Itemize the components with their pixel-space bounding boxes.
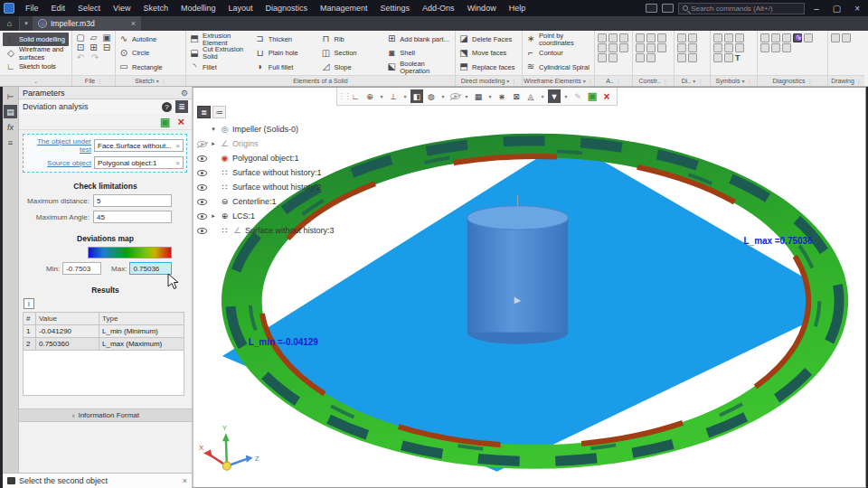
redo-icon[interactable]: ↷ <box>90 52 100 62</box>
group-chevron-icon[interactable]: ▾ <box>506 78 509 84</box>
chevron-down-icon[interactable]: ▾ <box>539 89 546 103</box>
ribbon-mini-icon[interactable] <box>724 33 733 42</box>
clear-field-icon[interactable]: × <box>175 159 180 167</box>
chevron-down-icon[interactable]: ▾ <box>562 89 570 103</box>
menu-sketch[interactable]: Sketch <box>137 2 174 14</box>
information-format-section[interactable]: ∨ Information Format <box>19 408 192 422</box>
menu-diagnostics[interactable]: Diagnostics <box>259 2 313 14</box>
group-dots-icon[interactable]: ⋮ <box>161 78 166 84</box>
object-under-test-field[interactable]: Face.Surface without... × <box>94 139 184 152</box>
close-tool-icon[interactable]: × <box>177 117 184 127</box>
ribbon-mini-icon[interactable] <box>619 43 628 52</box>
ribbon-mini-icon[interactable] <box>688 53 697 62</box>
mode-sketch-tools-button[interactable]: ∟Sketch tools <box>3 60 69 73</box>
shell-button[interactable]: ◙Shell <box>386 47 452 61</box>
cylindrical-spiral-button[interactable]: ≋Cylindrical Spiral <box>525 61 591 74</box>
menu-view[interactable]: View <box>108 2 136 14</box>
visibility-eye-icon[interactable] <box>197 228 207 234</box>
ribbon-mini-icon[interactable] <box>842 33 851 42</box>
render-icon[interactable]: ◬ <box>524 89 537 103</box>
tree-root-item[interactable]: ▾ ◎ Impeller (Solids-0) <box>197 122 335 136</box>
clip-view-icon[interactable]: ▦ <box>472 89 485 103</box>
print-icon[interactable]: ⊡ <box>75 42 86 52</box>
ribbon-mini-icon[interactable] <box>657 43 666 52</box>
chevron-down-icon[interactable]: ▾ <box>486 89 494 103</box>
tree-item-centerline[interactable]: ⊖ Centerline:1 <box>197 194 335 209</box>
maximum-distance-input[interactable]: 5 <box>93 194 172 207</box>
full-fillet-button[interactable]: ◗Full fillet <box>255 61 321 74</box>
tree-item-polygonal-object[interactable]: ◉ Polygonal object:1 <box>197 151 335 165</box>
maximum-angle-input[interactable]: 45 <box>93 211 172 223</box>
ribbon-mini-icon[interactable] <box>724 43 733 52</box>
ribbon-mini-icon[interactable] <box>713 43 722 52</box>
extrusion-element-button[interactable]: ⬒Extrusion Element <box>189 33 255 46</box>
ribbon-mini-icon[interactable] <box>636 53 645 62</box>
display-shaded-icon[interactable]: ◧ <box>410 89 423 103</box>
visibility-eye-off-icon[interactable] <box>197 141 207 147</box>
ribbon-mini-icon[interactable] <box>677 53 686 62</box>
layout-window-icon[interactable] <box>646 4 657 13</box>
ribbon-mini-icon[interactable] <box>646 33 656 42</box>
ribbon-mini-icon[interactable] <box>646 43 656 52</box>
panel-layout-toggle-icon[interactable]: ≣ <box>175 100 188 113</box>
group-dots-icon[interactable]: ⋮ <box>697 78 703 84</box>
gear-icon[interactable]: ⚙ <box>181 89 188 98</box>
chevron-down-icon[interactable]: ▾ <box>378 89 385 103</box>
orientation-icon[interactable]: ⊥ <box>387 89 400 103</box>
clear-field-icon[interactable]: × <box>175 142 180 150</box>
rectangle-button[interactable]: ▭Rectangle <box>118 61 183 74</box>
fillet-button[interactable]: ◝Fillet <box>189 61 255 74</box>
menu-file[interactable]: File <box>20 2 44 14</box>
min-input[interactable]: -0.7503 <box>62 262 101 275</box>
ribbon-mini-icon[interactable] <box>636 33 645 42</box>
new-file-icon[interactable]: ▢ <box>75 33 86 42</box>
delete-faces-button[interactable]: ◪Delete Faces <box>458 33 519 46</box>
ribbon-mini-icon[interactable] <box>804 33 813 42</box>
ribbon-mini-icon[interactable] <box>724 53 733 62</box>
variables-fx-icon[interactable]: fx <box>4 120 17 134</box>
menu-window[interactable]: Window <box>462 2 502 14</box>
section-button[interactable]: ◫Section <box>321 47 387 61</box>
menu-layout[interactable]: Layout <box>222 2 258 14</box>
object-under-test-link[interactable]: The object under test <box>26 137 91 154</box>
tree-item-surface-1[interactable]: ∷ Surface without history:1 <box>197 165 335 180</box>
mode-wireframe-surfaces-button[interactable]: ◇Wireframe and surfaces <box>3 46 69 60</box>
collapse-chevron-icon[interactable]: ⌄ <box>33 78 38 84</box>
tree-item-surface-3[interactable]: ∷ ∠ Surface without history:3 <box>197 223 335 238</box>
ribbon-mini-icon[interactable] <box>598 43 607 52</box>
tree-item-surface-2[interactable]: ∷ Surface without history:2 <box>197 180 335 194</box>
group-chevron-icon[interactable]: ▾ <box>583 78 586 84</box>
screen-window-icon[interactable] <box>662 4 674 13</box>
edit-pencil-icon[interactable]: ✎ <box>571 89 584 103</box>
menu-addons[interactable]: Add-Ons <box>417 2 460 14</box>
ribbon-mini-icon[interactable] <box>609 53 618 62</box>
ribbon-mini-icon[interactable] <box>782 33 791 42</box>
ribbon-mini-icon[interactable] <box>782 43 791 52</box>
hide-objects-eye-icon[interactable] <box>448 89 461 103</box>
search-input[interactable]: Search commands (Alt+/) <box>678 3 805 14</box>
save-view-icon[interactable]: ▣ <box>586 89 599 103</box>
chevron-down-icon[interactable]: ▾ <box>401 89 409 103</box>
preview-icon[interactable]: ⊞ <box>89 42 99 52</box>
close-view-icon[interactable]: × <box>600 89 613 103</box>
ribbon-mini-icon[interactable] <box>713 33 722 42</box>
group-dots-icon[interactable]: ⋮ <box>511 78 516 84</box>
ribbon-mini-icon[interactable] <box>646 53 656 62</box>
tree-item-origins[interactable]: ▸ ∠ Origins <box>197 136 335 151</box>
group-dots-icon[interactable]: ⋮ <box>616 78 621 84</box>
chevron-collapsed-icon[interactable]: ▸ <box>210 212 217 220</box>
group-dots-icon[interactable]: ⋮ <box>856 78 862 84</box>
ribbon-mini-icon[interactable] <box>713 53 722 62</box>
document-tab[interactable]: ◎ Impeller.m3d × <box>33 16 141 31</box>
table-row[interactable]: 1 -0.041290 L_min (Minimum) <box>24 325 184 338</box>
group-chevron-icon[interactable]: ▾ <box>693 78 695 84</box>
point-by-coordinates-button[interactable]: ∗Point by coordinates <box>525 33 591 46</box>
circle-button[interactable]: ⊙Circle <box>118 47 183 61</box>
ribbon-mini-icon[interactable] <box>760 43 769 52</box>
rib-button[interactable]: ⊓Rib <box>321 33 387 46</box>
tab-list-chevron-icon[interactable]: ▾ <box>20 16 33 31</box>
menu-edit[interactable]: Edit <box>46 2 71 14</box>
cut-extrusion-button[interactable]: ⬓Cut Extrusion Solid <box>189 47 255 61</box>
source-object-field[interactable]: Polygonal object:1 × <box>94 156 184 169</box>
group-dots-icon[interactable]: ⋮ <box>807 78 813 84</box>
